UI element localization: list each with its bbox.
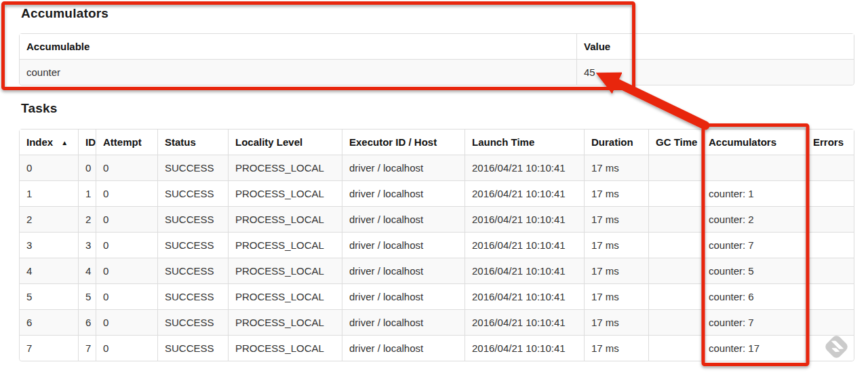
col-header-index[interactable]: Index▲ bbox=[20, 130, 78, 155]
annotation-arrow bbox=[614, 81, 705, 125]
col-header-attempt[interactable]: Attempt bbox=[96, 130, 157, 155]
task-duration-cell: 17 ms bbox=[584, 155, 648, 180]
task-accumulators-cell: counter: 17 bbox=[701, 335, 806, 361]
task-attempt-cell: 0 bbox=[96, 258, 157, 283]
accumulator-row: counter 45 bbox=[20, 59, 854, 85]
task-index-cell: 4 bbox=[20, 258, 78, 283]
task-locality-level-cell: PROCESS_LOCAL bbox=[228, 283, 342, 309]
task-errors-cell bbox=[806, 232, 854, 258]
task-duration-cell: 17 ms bbox=[584, 206, 648, 232]
task-index-cell: 3 bbox=[20, 232, 78, 258]
task-status-cell: SUCCESS bbox=[157, 283, 228, 309]
col-header-launch-time[interactable]: Launch Time bbox=[465, 130, 584, 155]
tasks-table-header-row: Index▲ ID Attempt Status Locality Level … bbox=[20, 130, 854, 155]
col-header-errors[interactable]: Errors bbox=[806, 130, 854, 155]
tasks-table: Index▲ ID Attempt Status Locality Level … bbox=[19, 129, 854, 361]
task-launch-time-cell: 2016/04/21 10:10:41 bbox=[465, 309, 584, 335]
task-index-cell: 6 bbox=[20, 309, 78, 335]
task-attempt-cell: 0 bbox=[96, 206, 157, 232]
task-launch-time-cell: 2016/04/21 10:10:41 bbox=[465, 155, 584, 180]
task-accumulators-cell: counter: 7 bbox=[701, 309, 806, 335]
task-index-cell: 7 bbox=[20, 335, 78, 361]
col-header-accumulators[interactable]: Accumulators bbox=[701, 130, 806, 155]
task-executor-cell: driver / localhost bbox=[342, 180, 465, 206]
col-header-locality-level[interactable]: Locality Level bbox=[228, 130, 342, 155]
task-errors-cell bbox=[806, 206, 854, 232]
task-gc-time-cell bbox=[648, 180, 701, 206]
task-errors-cell bbox=[806, 309, 854, 335]
accumulators-section-heading: Accumulators bbox=[21, 6, 108, 21]
task-executor-cell: driver / localhost bbox=[342, 206, 465, 232]
task-gc-time-cell bbox=[648, 283, 701, 309]
task-attempt-cell: 0 bbox=[96, 283, 157, 309]
task-attempt-cell: 0 bbox=[96, 232, 157, 258]
task-row: 4 4 0 SUCCESS PROCESS_LOCAL driver / loc… bbox=[20, 258, 854, 283]
task-attempt-cell: 0 bbox=[96, 309, 157, 335]
task-locality-level-cell: PROCESS_LOCAL bbox=[228, 335, 342, 361]
task-status-cell: SUCCESS bbox=[157, 155, 228, 180]
task-row: 0 0 0 SUCCESS PROCESS_LOCAL driver / loc… bbox=[20, 155, 854, 180]
task-accumulators-cell bbox=[701, 155, 806, 180]
task-accumulators-cell: counter: 7 bbox=[701, 232, 806, 258]
col-header-executor-id-host[interactable]: Executor ID / Host bbox=[342, 130, 465, 155]
task-id-cell: 5 bbox=[78, 283, 96, 309]
task-duration-cell: 17 ms bbox=[584, 258, 648, 283]
task-index-cell: 5 bbox=[20, 283, 78, 309]
task-duration-cell: 17 ms bbox=[584, 283, 648, 309]
col-header-id[interactable]: ID bbox=[78, 130, 96, 155]
task-accumulators-cell: counter: 2 bbox=[701, 206, 806, 232]
task-duration-cell: 17 ms bbox=[584, 335, 648, 361]
task-executor-cell: driver / localhost bbox=[342, 335, 465, 361]
spark-stage-detail-page: Accumulators Accumulable Value counter 4… bbox=[0, 0, 868, 377]
task-attempt-cell: 0 bbox=[96, 335, 157, 361]
task-locality-level-cell: PROCESS_LOCAL bbox=[228, 180, 342, 206]
col-header-status[interactable]: Status bbox=[157, 130, 228, 155]
task-errors-cell bbox=[806, 155, 854, 180]
col-header-accumulable: Accumulable bbox=[20, 34, 576, 59]
task-gc-time-cell bbox=[648, 232, 701, 258]
task-launch-time-cell: 2016/04/21 10:10:41 bbox=[465, 258, 584, 283]
task-accumulators-cell: counter: 1 bbox=[701, 180, 806, 206]
accumulable-name-cell: counter bbox=[20, 59, 576, 85]
task-id-cell: 3 bbox=[78, 232, 96, 258]
task-accumulators-cell: counter: 6 bbox=[701, 283, 806, 309]
task-errors-cell bbox=[806, 283, 854, 309]
task-id-cell: 2 bbox=[78, 206, 96, 232]
task-locality-level-cell: PROCESS_LOCAL bbox=[228, 258, 342, 283]
accumulable-value-cell: 45 bbox=[576, 59, 854, 85]
task-accumulators-cell: counter: 5 bbox=[701, 258, 806, 283]
task-status-cell: SUCCESS bbox=[157, 335, 228, 361]
col-header-value: Value bbox=[576, 34, 854, 59]
tasks-section-heading: Tasks bbox=[21, 101, 57, 116]
task-id-cell: 0 bbox=[78, 155, 96, 180]
task-row: 6 6 0 SUCCESS PROCESS_LOCAL driver / loc… bbox=[20, 309, 854, 335]
col-header-gc-time[interactable]: GC Time bbox=[648, 130, 701, 155]
task-row: 5 5 0 SUCCESS PROCESS_LOCAL driver / loc… bbox=[20, 283, 854, 309]
task-status-cell: SUCCESS bbox=[157, 206, 228, 232]
task-duration-cell: 17 ms bbox=[584, 309, 648, 335]
task-locality-level-cell: PROCESS_LOCAL bbox=[228, 309, 342, 335]
task-row: 3 3 0 SUCCESS PROCESS_LOCAL driver / loc… bbox=[20, 232, 854, 258]
task-executor-cell: driver / localhost bbox=[342, 283, 465, 309]
task-gc-time-cell bbox=[648, 335, 701, 361]
task-launch-time-cell: 2016/04/21 10:10:41 bbox=[465, 232, 584, 258]
task-index-cell: 1 bbox=[20, 180, 78, 206]
task-status-cell: SUCCESS bbox=[157, 180, 228, 206]
task-errors-cell bbox=[806, 258, 854, 283]
task-index-cell: 0 bbox=[20, 155, 78, 180]
task-row: 7 7 0 SUCCESS PROCESS_LOCAL driver / loc… bbox=[20, 335, 854, 361]
task-executor-cell: driver / localhost bbox=[342, 309, 465, 335]
task-launch-time-cell: 2016/04/21 10:10:41 bbox=[465, 335, 584, 361]
task-gc-time-cell bbox=[648, 258, 701, 283]
task-gc-time-cell bbox=[648, 206, 701, 232]
col-header-duration[interactable]: Duration bbox=[584, 130, 648, 155]
task-duration-cell: 17 ms bbox=[584, 232, 648, 258]
task-index-cell: 2 bbox=[20, 206, 78, 232]
task-status-cell: SUCCESS bbox=[157, 309, 228, 335]
task-launch-time-cell: 2016/04/21 10:10:41 bbox=[465, 283, 584, 309]
task-gc-time-cell bbox=[648, 309, 701, 335]
accumulators-table: Accumulable Value counter 45 bbox=[19, 33, 854, 85]
task-id-cell: 4 bbox=[78, 258, 96, 283]
task-duration-cell: 17 ms bbox=[584, 180, 648, 206]
task-row: 2 2 0 SUCCESS PROCESS_LOCAL driver / loc… bbox=[20, 206, 854, 232]
